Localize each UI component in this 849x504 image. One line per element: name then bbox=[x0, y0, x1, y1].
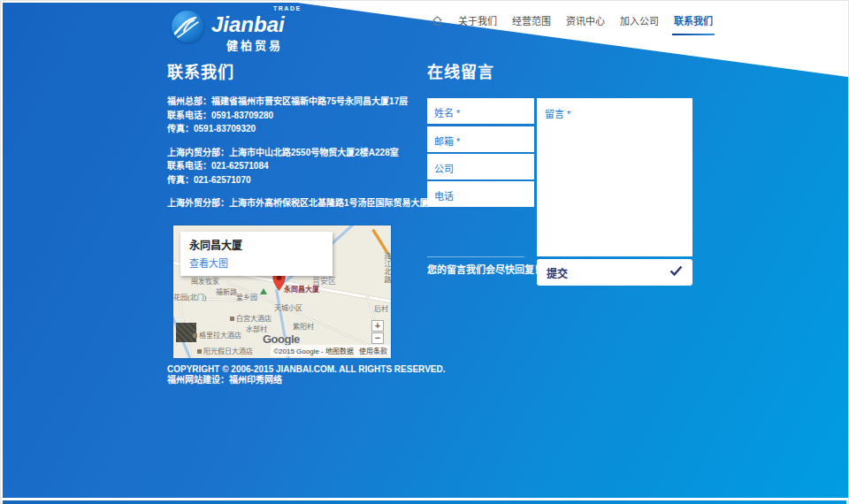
map-info-title: 永同昌大厦 bbox=[189, 237, 324, 252]
company-field-label: 公司 bbox=[434, 161, 454, 175]
message-label: 留言 * bbox=[545, 106, 570, 120]
email-field[interactable]: 邮箱 * bbox=[427, 126, 534, 152]
map-attribution: ©2015 Google - 地图数据使用条款 bbox=[271, 345, 390, 356]
name-field-label: 姓名 * bbox=[434, 105, 460, 119]
email-field-label: 邮箱 * bbox=[434, 134, 460, 148]
map-terms-link[interactable]: 使用条款 bbox=[359, 347, 387, 355]
brand-logo[interactable]: Jianbai TRADE 健柏贸易 bbox=[164, 5, 359, 54]
google-map-embed[interactable]: 景城大酒店 晋安区 闽发牧家 花园(北门) 福新路 爱乡园 天城小区 白宫大酒店… bbox=[173, 225, 391, 358]
map-label: 白宫大酒店 bbox=[230, 313, 272, 323]
map-zoom-out-button[interactable]: − bbox=[371, 332, 384, 344]
header-white-wedge bbox=[3, 3, 848, 82]
message-textarea[interactable]: 留言 * bbox=[537, 98, 692, 256]
nav-item-business-scope[interactable]: 经营范围 bbox=[512, 13, 551, 27]
map-label: 格里拉大酒店 bbox=[193, 330, 241, 340]
map-label: 花园(北门) bbox=[173, 292, 206, 302]
address-line: 传真：021-62571070 bbox=[167, 173, 424, 187]
home-icon[interactable] bbox=[432, 15, 443, 27]
google-logo: Google bbox=[263, 332, 300, 346]
address-line: 联系电话：0591-83709280 bbox=[167, 109, 424, 123]
next-section-strip bbox=[3, 500, 846, 504]
map-copyright-text: ©2015 Google - 地图数据 bbox=[273, 347, 354, 355]
map-info-window: 永同昌大厦 查看大图 bbox=[180, 232, 333, 276]
contact-heading: 联系我们 bbox=[167, 59, 234, 82]
main-canvas: Jianbai TRADE 健柏贸易 关于我们 经营范围 资讯中心 加入公司 联… bbox=[3, 3, 848, 498]
brand-trade-badge: TRADE bbox=[273, 5, 302, 11]
contact-address-block: 福州总部：福建省福州市晋安区福新中路75号永同昌大厦17层 联系电话：0591-… bbox=[167, 95, 424, 210]
map-label: 福新路 bbox=[216, 286, 237, 296]
address-line: 上海外贸分部：上海市外高桥保税区北基隆路1号汤臣国际贸易大厦706室 bbox=[167, 196, 424, 210]
address-line: 福州总部：福建省福州市晋安区福新中路75号永同昌大厦17层 bbox=[167, 95, 424, 109]
map-label: 天城小区 bbox=[274, 302, 302, 312]
nav-item-contact-active[interactable]: 联系我们 bbox=[674, 13, 713, 27]
map-label: 闽发牧家 bbox=[191, 276, 219, 286]
reply-note: 您的留言我们会尽快回复！ bbox=[427, 262, 544, 276]
footer-copyright: COPYRIGHT © 2006-2015 JIANBAI.COM. ALL R… bbox=[167, 364, 445, 385]
submit-button-label: 提交 bbox=[547, 265, 568, 280]
page: Jianbai TRADE 健柏贸易 关于我们 经营范围 资讯中心 加入公司 联… bbox=[0, 0, 849, 504]
map-label: 阳光假日大酒店 bbox=[197, 346, 253, 355]
address-line: 上海内贸分部：上海市中山北路2550号物贸大厦2楼A228室 bbox=[167, 146, 424, 160]
site-builder-line: 福州网站建设：福州印秀网络 bbox=[167, 375, 445, 386]
view-larger-map-link[interactable]: 查看大图 bbox=[189, 256, 324, 270]
globe-logo-icon bbox=[172, 11, 203, 42]
note-divider bbox=[427, 256, 524, 257]
guestbook-heading: 在线留言 bbox=[427, 59, 494, 82]
name-field[interactable]: 姓名 * bbox=[427, 98, 534, 124]
checkmark-icon bbox=[669, 264, 683, 280]
map-pin-label: 永同昌大厦 bbox=[284, 284, 319, 294]
company-field[interactable]: 公司 bbox=[427, 154, 534, 179]
main-nav: 关于我们 经营范围 资讯中心 加入公司 联系我们 bbox=[432, 11, 713, 29]
address-line: 传真：0591-83709320 bbox=[167, 122, 424, 136]
phone-field[interactable]: 电话 bbox=[427, 181, 534, 207]
nav-item-join-company[interactable]: 加入公司 bbox=[620, 13, 659, 27]
park-icon bbox=[260, 288, 267, 294]
copyright-line: COPYRIGHT © 2006-2015 JIANBAI.COM. ALL R… bbox=[167, 364, 445, 375]
map-label: 爱乡园 bbox=[236, 292, 257, 302]
map-label: 连江北路 bbox=[382, 252, 391, 284]
phone-field-label: 电话 bbox=[434, 188, 454, 202]
address-line: 联系电话：021-62571084 bbox=[167, 159, 424, 173]
map-label: 后村 bbox=[374, 303, 388, 313]
submit-button[interactable]: 提交 bbox=[537, 259, 692, 286]
map-zoom-in-button[interactable]: + bbox=[371, 320, 384, 332]
brand-wordmark: Jianbai bbox=[211, 12, 285, 37]
brand-chinese-name: 健柏贸易 bbox=[226, 36, 283, 53]
nav-item-news-center[interactable]: 资讯中心 bbox=[566, 13, 605, 27]
nav-item-about[interactable]: 关于我们 bbox=[458, 13, 497, 27]
map-label: 紫阳村 bbox=[293, 321, 314, 331]
